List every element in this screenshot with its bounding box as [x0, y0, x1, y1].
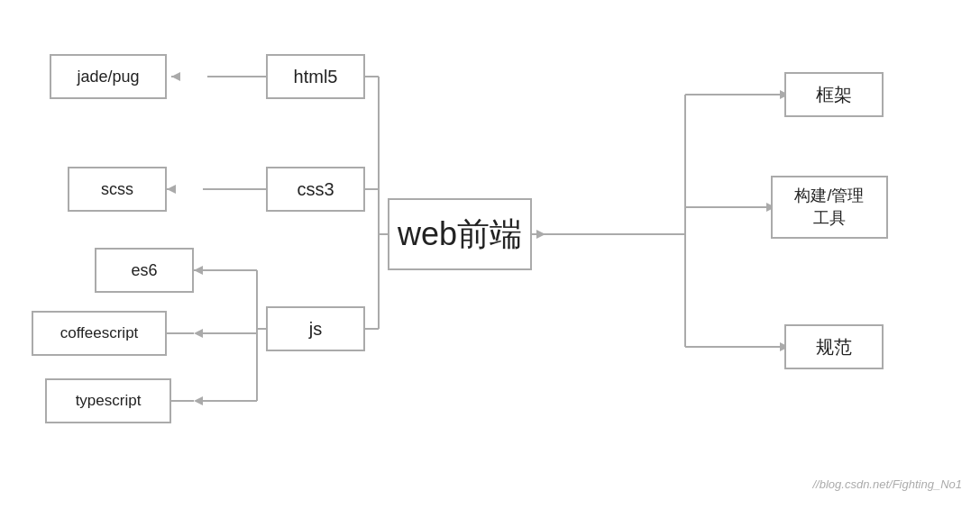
center-node: web前端: [388, 198, 532, 270]
typescript-node: typescript: [45, 378, 171, 423]
html5-label: html5: [294, 67, 338, 87]
svg-marker-15: [194, 266, 203, 275]
center-label: web前端: [398, 213, 522, 257]
es6-label: es6: [131, 261, 157, 280]
js-node: js: [266, 306, 365, 351]
html5-node: html5: [266, 54, 365, 99]
watermark: //blog.csdn.net/Fighting_No1: [813, 477, 963, 491]
build-label: 构建/管理工具: [794, 185, 864, 230]
svg-marker-25: [536, 230, 545, 239]
es6-node: es6: [95, 248, 194, 293]
guifan-node: 规范: [784, 324, 884, 369]
kuangjia-node: 框架: [784, 72, 884, 117]
svg-marker-18: [194, 329, 203, 338]
kuangjia-label: 框架: [816, 83, 852, 107]
jade-pug-label: jade/pug: [77, 68, 139, 86]
guifan-label: 规范: [816, 335, 852, 359]
svg-marker-5: [171, 72, 180, 81]
jade-pug-node: jade/pug: [50, 54, 167, 99]
svg-marker-21: [194, 396, 203, 405]
coffeescript-node: coffeescript: [32, 311, 167, 356]
css3-label: css3: [297, 179, 334, 200]
typescript-label: typescript: [76, 392, 142, 410]
svg-marker-9: [167, 185, 176, 194]
scss-node: scss: [68, 167, 167, 212]
build-node: 构建/管理工具: [771, 176, 888, 239]
coffeescript-label: coffeescript: [60, 324, 139, 342]
diagram: web前端 html5 jade/pug css3 scss js es6 co…: [0, 0, 980, 509]
css3-node: css3: [266, 167, 365, 212]
js-label: js: [309, 319, 322, 340]
scss-label: scss: [101, 180, 133, 199]
